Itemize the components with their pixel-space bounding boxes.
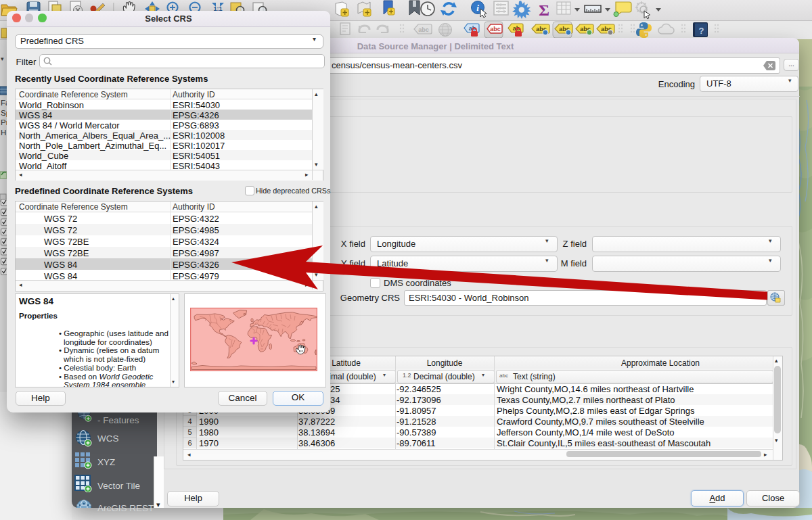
svg-text:i: i — [476, 3, 479, 13]
svg-text:?: ? — [699, 26, 704, 36]
svg-text:abc: abc — [418, 26, 429, 33]
svg-text:Σ: Σ — [539, 1, 549, 19]
svg-text:abc: abc — [490, 26, 501, 32]
